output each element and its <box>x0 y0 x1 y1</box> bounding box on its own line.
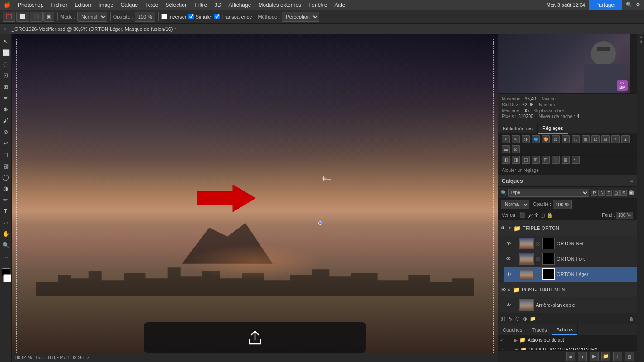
menu-affichage[interactable]: Affichage <box>229 2 251 8</box>
layer-arriere-plan-copie[interactable]: 👁 Arrière-plan copie <box>504 297 637 313</box>
background-color[interactable] <box>3 274 11 282</box>
dodge-tool[interactable]: ◑ <box>1 183 11 193</box>
action-row-rocq-photo[interactable]: ✓ ◻ ▼ 📁 OLIVIER ROCQ PHOTOGRAPHY <box>498 345 637 350</box>
filter-text-icon[interactable]: T <box>606 190 612 196</box>
add-mask-btn[interactable]: ⬡ <box>515 316 520 322</box>
gradient-map-adj-icon[interactable]: ▬ <box>502 145 510 153</box>
tab-couches[interactable]: Couches <box>498 324 527 335</box>
menu-calque[interactable]: Calque <box>120 2 138 8</box>
layer-orton-fort[interactable]: 👁 ⛓ ORTON Fort <box>504 251 637 267</box>
new-action-btn[interactable]: + <box>613 352 622 361</box>
eyedropper-tool[interactable]: ✒ <box>1 93 11 103</box>
layer-group-triple-orton[interactable]: 👁 ▼ 📁 TRIPLE ORTON <box>498 220 637 236</box>
filter-smart-icon[interactable]: S <box>620 190 627 196</box>
transparence-check[interactable]: Transparence <box>214 14 252 19</box>
filter-pixel-icon[interactable]: P <box>591 190 597 196</box>
colorlookup-adj-icon[interactable]: 🗂 <box>591 135 600 143</box>
menu-image[interactable]: Image <box>98 2 113 8</box>
bw-adj-icon[interactable]: ◐ <box>562 135 570 143</box>
delete-action-btn[interactable]: 🗑 <box>625 352 634 361</box>
menu-3d[interactable]: 3D <box>214 2 221 8</box>
move-tool[interactable]: ↖ <box>1 36 11 46</box>
curves-adj-icon[interactable]: ∿ <box>512 135 520 143</box>
adj-icon-r8[interactable]: ⋯ <box>572 156 580 164</box>
play-action-btn[interactable]: ▶ <box>590 352 599 361</box>
filter-shape-icon[interactable]: ◻ <box>613 190 620 196</box>
more-tools[interactable]: … <box>1 251 11 261</box>
selection-rect-tool[interactable]: ⬜ <box>1 48 11 57</box>
filter-toggle[interactable]: ● <box>629 190 634 195</box>
mode-select[interactable]: Normal <box>77 12 107 22</box>
lock-artboard-icon[interactable]: ◫ <box>540 212 545 218</box>
expand-par-defaut[interactable]: ▶ <box>514 338 518 343</box>
menu-photoshop[interactable]: Photoshop <box>18 2 43 8</box>
threshold-adj-icon[interactable]: ▲ <box>621 135 630 143</box>
hsl-adj-icon[interactable]: 🎨 <box>542 135 550 143</box>
menu-aide[interactable]: Aide <box>334 2 345 8</box>
tool-btn-4[interactable]: ▣ <box>43 12 54 22</box>
methode-select[interactable]: Perception <box>282 12 319 22</box>
menu-fichier[interactable]: Fichier <box>51 2 67 8</box>
eye-orton-net[interactable]: 👁 <box>506 241 511 246</box>
gradient-tool[interactable]: ▨ <box>1 161 11 171</box>
panel-menu-icon[interactable]: ≡ <box>629 324 637 335</box>
brush-tool[interactable]: 🖌 <box>1 115 11 125</box>
invert-adj-icon[interactable]: ⊟ <box>601 135 610 143</box>
action-row-par-defaut[interactable]: ✓ ▶ 📁 Actions par défaut <box>498 335 637 345</box>
posterize-adj-icon[interactable]: ≡ <box>611 135 620 143</box>
layers-filter-select[interactable]: Type <box>508 189 589 197</box>
lasso-tool[interactable]: ◌ <box>1 59 11 69</box>
eye-post-traitement[interactable]: 👁 <box>501 287 506 292</box>
adj-icon-r5[interactable]: ⊡ <box>542 156 550 164</box>
layer-orton-net[interactable]: 👁 ⛓ ORTON Net <box>504 236 637 251</box>
opacity-field[interactable]: 100 % <box>553 200 572 209</box>
share-button[interactable]: Partager <box>589 0 622 10</box>
adj-icon-r1[interactable]: ◧ <box>502 156 510 164</box>
collapse-triple-orton[interactable]: ▼ <box>508 226 512 230</box>
panel-menu-btn[interactable]: ≡ <box>631 327 634 333</box>
lock-position-icon[interactable]: ✛ <box>534 212 538 218</box>
exposure-adj-icon[interactable]: ◑ <box>522 135 530 143</box>
menu-modules[interactable]: Modules externes <box>258 2 301 8</box>
inverser-check[interactable]: Inverser <box>161 14 187 19</box>
new-group-btn[interactable]: 📁 <box>530 316 536 322</box>
opacity-value[interactable]: 100 % <box>135 12 155 22</box>
search-icon[interactable]: 🔍 <box>626 2 632 8</box>
stop-action-btn[interactable]: ■ <box>566 352 575 361</box>
tab-actions[interactable]: Actions <box>552 324 578 335</box>
blend-mode-select[interactable]: Normal <box>501 200 529 209</box>
new-layer-btn[interactable]: + <box>539 316 542 322</box>
selectivecolor-adj-icon[interactable]: ⊠ <box>512 145 520 153</box>
eye-arriere-plan[interactable]: 👁 <box>506 302 511 308</box>
lock-pixel-icon[interactable]: 🖌 <box>528 213 533 218</box>
apple-menu[interactable]: 🍎 <box>4 2 10 8</box>
fx-btn[interactable]: fx <box>509 316 513 322</box>
brightness-adj-icon[interactable]: ☀ <box>502 135 510 143</box>
shape-tool[interactable]: ▱ <box>1 217 11 227</box>
eye-triple-orton[interactable]: 👁 <box>501 225 506 231</box>
delete-layer-btn[interactable]: 🗑 <box>629 316 634 322</box>
transform-handle-point[interactable] <box>318 221 322 225</box>
menu-fenetre[interactable]: Fenêtre <box>308 2 327 8</box>
blur-tool[interactable]: ◯ <box>1 172 11 182</box>
layer-group-post-traitement[interactable]: 👁 ▶ 📁 POST-TRAITEMENT <box>498 282 637 297</box>
link-layers-btn[interactable]: ⛓ <box>501 316 506 322</box>
eye-orton-leger[interactable]: 👁 <box>506 272 511 277</box>
document-tab[interactable]: _ORO1626-Modifier.psd @ 30,6% (ORTON Lég… <box>8 26 180 32</box>
eraser-tool[interactable]: ◻ <box>1 149 11 159</box>
tab-traces[interactable]: Tracés <box>527 324 552 335</box>
lock-transparent-icon[interactable]: ⬛ <box>519 212 526 218</box>
object-select-tool[interactable]: ⊡ <box>1 70 11 80</box>
record-action-btn[interactable]: ● <box>578 352 587 361</box>
tool-btn-3[interactable]: ⬛ <box>30 12 43 22</box>
simuler-check[interactable]: Simuler <box>188 14 212 19</box>
adj-icon-r6[interactable]: ⬛ <box>552 156 560 164</box>
colorbalance-adj-icon[interactable]: ⚖ <box>552 135 560 143</box>
edge-btn-2[interactable]: ≡ <box>639 40 643 43</box>
photofilter-adj-icon[interactable]: ⬡ <box>572 135 580 143</box>
menu-filtre[interactable]: Filtre <box>195 2 207 8</box>
channelmixer-adj-icon[interactable]: ▦ <box>582 135 590 143</box>
eye-orton-fort[interactable]: 👁 <box>506 256 511 262</box>
history-brush-tool[interactable]: ↩ <box>1 138 11 148</box>
menu-texte[interactable]: Texte <box>145 2 159 8</box>
